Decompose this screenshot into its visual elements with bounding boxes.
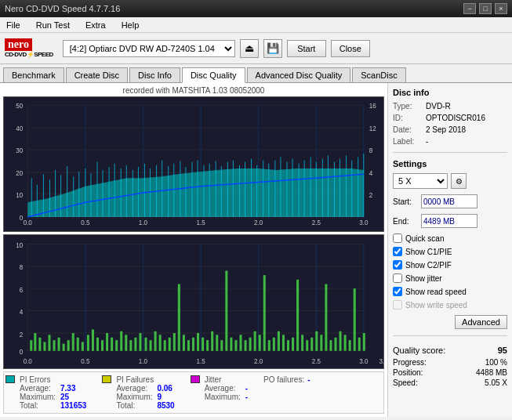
drive-select[interactable]: [4:2] Optiarc DVD RW AD-7240S 1.04 — [63, 40, 235, 57]
end-input[interactable] — [421, 214, 478, 228]
jitter-avg: - — [245, 384, 248, 393]
svg-rect-166 — [329, 340, 332, 351]
save-icon-button[interactable]: 💾 — [263, 39, 282, 58]
svg-rect-149 — [249, 337, 252, 350]
svg-text:8: 8 — [20, 262, 24, 271]
end-label: End: — [393, 217, 418, 226]
start-field-row: Start: — [393, 194, 507, 208]
divider-2 — [393, 335, 507, 336]
svg-rect-165 — [325, 284, 327, 350]
svg-rect-123 — [125, 335, 127, 350]
show-c1-pie-checkbox[interactable] — [393, 247, 402, 256]
nero-logo: nero CD·DVD⚡SPEED — [5, 38, 53, 59]
menu-run-test[interactable]: Run Test — [33, 19, 73, 31]
svg-rect-146 — [234, 340, 237, 351]
pi-failures-label: PI Failures — [116, 375, 154, 384]
svg-rect-121 — [115, 340, 118, 351]
svg-rect-134 — [178, 284, 180, 350]
jitter-color — [191, 375, 200, 383]
disc-id-row: ID: OPTODISCR016 — [393, 114, 507, 122]
svg-text:1.0: 1.0 — [139, 219, 148, 226]
tab-disc-info[interactable]: Disc Info — [129, 67, 180, 82]
show-read-speed-row: Show read speed — [393, 287, 507, 296]
tab-advanced-disc-quality[interactable]: Advanced Disc Quality — [247, 67, 351, 82]
show-read-speed-checkbox[interactable] — [393, 287, 402, 296]
quality-score-value: 95 — [498, 346, 507, 355]
progress-value: 100 % — [485, 358, 507, 367]
tab-create-disc[interactable]: Create Disc — [66, 67, 128, 82]
svg-rect-169 — [344, 335, 347, 350]
svg-rect-147 — [239, 335, 241, 350]
divider-1 — [393, 152, 507, 153]
minimize-button[interactable]: − — [463, 3, 476, 14]
svg-text:3.0: 3.0 — [359, 357, 368, 365]
close-toolbar-button[interactable]: Close — [331, 40, 370, 57]
svg-text:2.5: 2.5 — [312, 357, 321, 365]
disc-label-row: Label: - — [393, 137, 507, 146]
svg-rect-109 — [58, 337, 60, 350]
main-content: recorded with MATSHITA 1.03 08052000 — [0, 83, 512, 417]
maximize-button[interactable]: □ — [479, 3, 492, 14]
svg-rect-142 — [216, 335, 218, 350]
close-button[interactable]: × — [495, 3, 507, 14]
svg-rect-158 — [292, 337, 294, 350]
pi-errors-color — [5, 375, 15, 383]
disc-id-value: OPTODISCR016 — [426, 114, 485, 122]
svg-rect-145 — [230, 337, 232, 350]
eject-icon-button[interactable]: ⏏ — [240, 39, 259, 58]
pi-errors-stats: PI Errors Average:7.33 Maximum:25 Total:… — [20, 375, 86, 410]
speed-select[interactable]: 5 X — [393, 173, 448, 189]
position-label: Position: — [393, 368, 423, 377]
svg-text:8: 8 — [369, 147, 373, 154]
svg-rect-120 — [111, 337, 113, 350]
advanced-button[interactable]: Advanced — [455, 315, 507, 329]
tab-disc-quality[interactable]: Disc Quality — [182, 67, 245, 83]
settings-icon-button[interactable]: ⚙ — [451, 173, 467, 189]
menu-file[interactable]: File — [3, 19, 24, 31]
svg-text:0: 0 — [20, 347, 24, 356]
svg-rect-113 — [77, 337, 79, 350]
svg-rect-139 — [202, 337, 204, 350]
pi-failures-avg: 0.06 — [157, 384, 172, 393]
svg-rect-106 — [43, 342, 45, 350]
speed-value: 5.05 X — [485, 378, 507, 387]
svg-text:0.0: 0.0 — [24, 357, 32, 365]
disc-info-title: Disc info — [393, 88, 507, 97]
svg-text:16: 16 — [369, 103, 376, 110]
svg-rect-153 — [268, 340, 271, 351]
start-input[interactable] — [421, 194, 478, 208]
tabs: Benchmark Create Disc Disc Info Disc Qua… — [0, 64, 512, 83]
show-c2-pif-checkbox[interactable] — [393, 260, 402, 270]
menu-extra[interactable]: Extra — [82, 19, 109, 31]
quick-scan-checkbox[interactable] — [393, 234, 402, 243]
svg-rect-162 — [310, 337, 313, 350]
po-failures-stats: PO failures: - — [263, 375, 310, 410]
quality-score-row: Quality score: 95 — [393, 346, 507, 355]
tab-benchmark[interactable]: Benchmark — [3, 67, 64, 82]
show-read-speed-label: Show read speed — [405, 288, 467, 296]
show-write-speed-checkbox[interactable] — [393, 300, 402, 310]
pi-errors-total: 131653 — [60, 401, 86, 410]
svg-text:10: 10 — [16, 241, 23, 249]
svg-rect-173 — [363, 333, 365, 351]
show-jitter-checkbox[interactable] — [393, 273, 402, 283]
svg-rect-127 — [144, 337, 147, 350]
pi-errors-label: PI Errors — [20, 375, 57, 384]
svg-rect-131 — [164, 340, 166, 351]
svg-text:40: 40 — [16, 125, 23, 132]
svg-rect-156 — [282, 335, 285, 350]
disc-type-row: Type: DVD-R — [393, 102, 507, 110]
svg-rect-114 — [82, 342, 84, 350]
toolbar: nero CD·DVD⚡SPEED [4:2] Optiarc DVD RW A… — [0, 33, 512, 64]
top-chart: 50 40 30 20 10 0 16 12 8 4 2 0.0 0.5 1.0… — [3, 96, 384, 232]
svg-rect-103 — [30, 340, 32, 351]
svg-rect-171 — [354, 288, 356, 351]
disc-id-label: ID: — [393, 114, 423, 122]
svg-rect-140 — [206, 340, 209, 351]
show-jitter-label: Show jitter — [405, 274, 442, 283]
menu-help[interactable]: Help — [118, 19, 143, 31]
po-failures-label: PO failures: — [263, 375, 304, 384]
tab-scandisc[interactable]: ScanDisc — [352, 67, 405, 82]
start-button[interactable]: Start — [287, 40, 326, 57]
quick-scan-row: Quick scan — [393, 234, 507, 243]
